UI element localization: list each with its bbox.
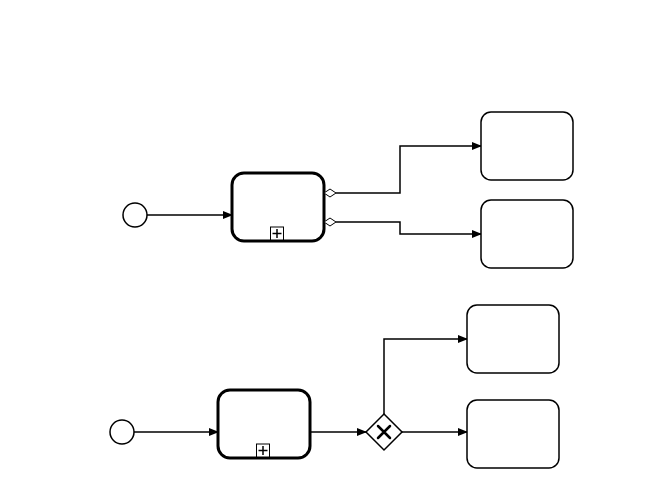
start-event-top (123, 203, 147, 227)
task-lower-bottom (467, 400, 559, 468)
exclusive-gateway (366, 414, 402, 450)
flow-sub-to-upper-top (324, 146, 481, 197)
task-lower-top (481, 200, 573, 268)
subprocess-top (232, 173, 324, 241)
flow-gw-to-upper-bottom (384, 339, 467, 414)
bottom-diagram (110, 305, 559, 468)
bpmn-diagram (0, 0, 649, 500)
task-upper-top (481, 112, 573, 180)
flow-sub-to-lower-top (324, 218, 481, 234)
start-event-bottom (110, 420, 134, 444)
top-diagram (123, 112, 573, 268)
subprocess-bottom (218, 390, 310, 458)
task-upper-bottom (467, 305, 559, 373)
